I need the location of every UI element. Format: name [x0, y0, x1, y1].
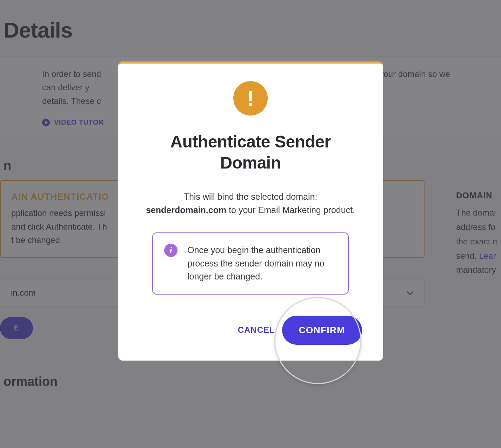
modal-body-domain: senderdomain.com: [146, 205, 226, 215]
authenticate-domain-modal: ! Authenticate Sender Domain This will b…: [118, 61, 383, 361]
modal-body-text: This will bind the selected domain: send…: [139, 190, 362, 217]
modal-info-text: Once you begin the authentication proces…: [187, 244, 337, 283]
modal-body-prefix: This will bind the selected domain:: [184, 192, 318, 202]
confirm-button[interactable]: CONFIRM: [282, 316, 362, 345]
modal-body-suffix: to your Email Marketing product.: [226, 205, 355, 215]
modal-actions: CANCEL CONFIRM: [139, 316, 362, 345]
modal-title: Authenticate Sender Domain: [139, 131, 362, 173]
modal-overlay: ! Authenticate Sender Domain This will b…: [0, 0, 501, 448]
cancel-button[interactable]: CANCEL: [236, 318, 277, 342]
info-icon: i: [164, 244, 178, 257]
warning-icon: !: [233, 81, 268, 116]
modal-info-box: i Once you begin the authentication proc…: [152, 232, 349, 295]
